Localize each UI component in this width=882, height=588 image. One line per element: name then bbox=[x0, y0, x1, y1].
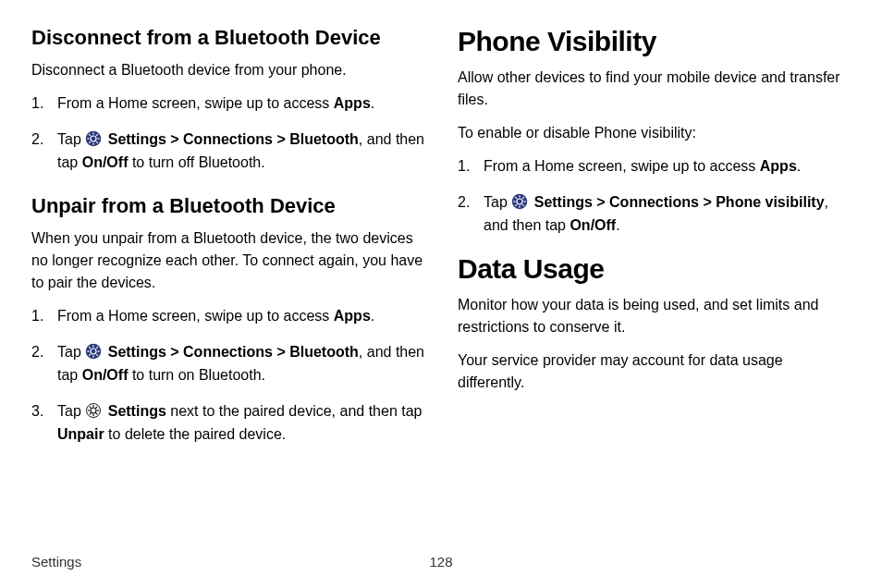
intro-unpair: When you unpair from a Bluetooth device,… bbox=[31, 227, 424, 294]
svg-point-21 bbox=[91, 408, 96, 413]
settings-outline-icon bbox=[85, 402, 102, 419]
svg-line-28 bbox=[90, 412, 92, 414]
svg-line-26 bbox=[90, 407, 92, 409]
intro-phone-visibility: Allow other devices to find your mobile … bbox=[458, 67, 851, 111]
heading-disconnect: Disconnect from a Bluetooth Device bbox=[31, 26, 424, 50]
list-item: From a Home screen, swipe up to access A… bbox=[458, 155, 851, 178]
list-item: Tap Settings next to the paired device, … bbox=[31, 400, 424, 447]
settings-icon bbox=[85, 130, 102, 147]
page-footer: Settings 128 bbox=[31, 545, 851, 570]
intro-data-usage: Monitor how your data is being used, and… bbox=[458, 294, 851, 338]
page-content: Disconnect from a Bluetooth Device Disco… bbox=[31, 26, 851, 545]
heading-unpair: Unpair from a Bluetooth Device bbox=[31, 194, 424, 218]
heading-data-usage: Data Usage bbox=[458, 253, 851, 285]
subintro-data-usage: Your service provider may account for da… bbox=[458, 349, 851, 394]
left-column: Disconnect from a Bluetooth Device Disco… bbox=[31, 26, 424, 545]
steps-phone-visibility: From a Home screen, swipe up to access A… bbox=[458, 155, 851, 237]
svg-line-29 bbox=[96, 407, 98, 409]
svg-line-27 bbox=[96, 412, 98, 414]
heading-phone-visibility: Phone Visibility bbox=[458, 26, 851, 57]
settings-icon bbox=[511, 193, 528, 210]
steps-unpair: From a Home screen, swipe up to access A… bbox=[31, 305, 424, 446]
intro-disconnect: Disconnect a Bluetooth device from your … bbox=[31, 59, 424, 81]
right-column: Phone Visibility Allow other devices to … bbox=[458, 26, 851, 545]
list-item: Tap Settings > Connections > Phone visib… bbox=[458, 191, 851, 238]
subintro-phone-visibility: To enable or disable Phone visibility: bbox=[458, 122, 851, 144]
list-item: From a Home screen, swipe up to access A… bbox=[31, 305, 424, 328]
settings-icon bbox=[85, 343, 102, 360]
list-item: From a Home screen, swipe up to access A… bbox=[31, 92, 424, 116]
list-item: Tap Settings > Connections > Bluetooth, … bbox=[31, 341, 424, 387]
steps-disconnect: From a Home screen, swipe up to access A… bbox=[31, 92, 424, 174]
footer-page-number: 128 bbox=[429, 554, 452, 570]
list-item: Tap Settings > Connections > Bluetooth, … bbox=[31, 129, 424, 175]
footer-section: Settings bbox=[31, 554, 81, 570]
